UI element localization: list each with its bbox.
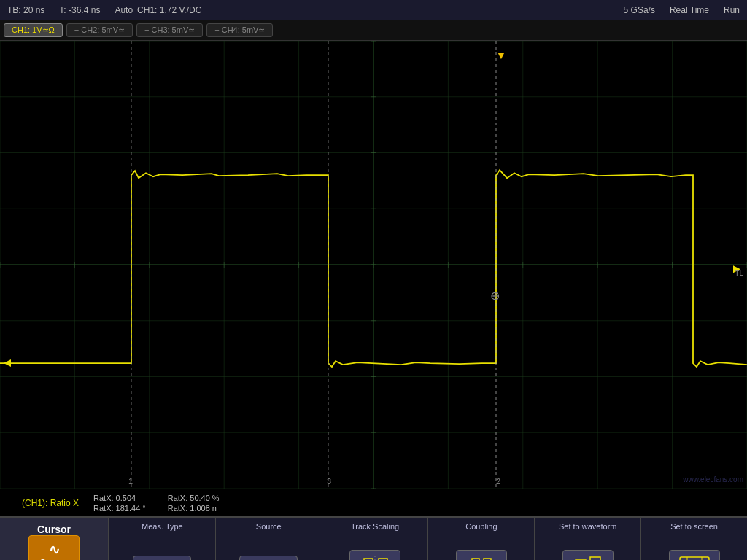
trigger-arrow: ▼ [496, 50, 506, 61]
coupling-svg [463, 554, 500, 560]
track-scaling-label: Track Scaling [351, 522, 399, 531]
ch1-tab[interactable]: CH1: 1V≃Ω [4, 23, 63, 37]
coupling-group: Coupling [428, 518, 535, 560]
bottom-panel: Cursor ∿ Cursor Meas. Type Ratio X Sourc… [0, 516, 747, 560]
sample-rate: 5 GSa/s [624, 5, 655, 15]
top-status-bar: TB: 20 ns T: -36.4 ns Auto CH1: 1.72 V./… [0, 0, 747, 20]
timebase-display: TB: 20 ns [7, 5, 44, 15]
cursor-info-bar: (CH1): Ratio X RatX: 0.504 RatX: 181.44 … [0, 489, 747, 516]
track-scaling-group: Track Scaling [322, 518, 429, 560]
cursor-ratio-label: (CH1): Ratio X [22, 498, 79, 508]
ch4-tab[interactable]: − CH4: 5mV≃ [206, 23, 273, 37]
set-to-screen-svg [676, 554, 713, 560]
cursor-cross: ⊕ [490, 289, 500, 303]
right-status: 5 GSa/s Real Time Run [624, 5, 740, 15]
set-to-waveform-svg [570, 554, 606, 560]
ch1-scale-label: CH1: 1.72 V./DC [137, 5, 201, 15]
track-scaling-svg [357, 554, 393, 560]
auto-display: Auto CH1: 1.72 V./DC [115, 5, 201, 15]
tb-label: TB: 20 ns [7, 5, 44, 15]
buttons-section: Meas. Type Ratio X Source CH1 Track Scal… [109, 518, 747, 560]
set-to-screen-icon[interactable] [669, 550, 720, 560]
auto-label: Auto [115, 5, 133, 15]
source-value[interactable]: CH1 [239, 556, 298, 560]
tl-label: TL [735, 269, 743, 277]
cursor-section-label: Cursor [37, 524, 71, 535]
t-label: T: -36.4 ns [59, 5, 100, 15]
meas-type-group: Meas. Type Ratio X [109, 518, 216, 560]
cursor-section: Cursor ∿ Cursor [0, 518, 109, 560]
set-to-screen-group: Set to screen [641, 518, 747, 560]
cursor-line-3: 3 [327, 477, 331, 486]
cursor-values: RatX: 0.504 RatX: 181.44 ° RatX: 50.40 %… [93, 494, 220, 513]
set-to-waveform-label: Set to waveform [559, 522, 616, 531]
acq-mode: Real Time [670, 5, 709, 15]
svg-rect-4 [680, 557, 709, 560]
grid-canvas [0, 41, 747, 516]
ratx2: RatX: 181.44 ° [93, 504, 146, 513]
watermark: www.elecfans.com [683, 475, 743, 483]
set-to-waveform-icon[interactable] [562, 550, 614, 560]
source-group: Source CH1 [216, 518, 322, 560]
set-to-screen-label: Set to screen [670, 522, 718, 531]
cursor-button[interactable]: ∿ Cursor [28, 535, 79, 560]
cursor-col-left: RatX: 0.504 RatX: 181.44 ° [93, 494, 146, 513]
coupling-label: Coupling [465, 522, 497, 531]
ch2-tab[interactable]: − CH2: 5mV≃ [66, 23, 133, 37]
ratx4: RatX: 1.008 n [168, 504, 220, 513]
meas-type-value[interactable]: Ratio X [133, 556, 191, 560]
run-status: Run [724, 5, 740, 15]
ratx1: RatX: 0.504 [93, 494, 146, 502]
cursor-line-2: 2 [496, 477, 500, 486]
source-label: Source [256, 522, 282, 531]
svg-rect-3 [590, 557, 600, 560]
cursor-col-right: RatX: 50.40 % RatX: 1.008 n [168, 494, 220, 513]
cursor-icon: ∿ [49, 542, 60, 558]
ch3-tab[interactable]: − CH3: 5mV≃ [136, 23, 203, 37]
coupling-icon[interactable] [456, 550, 507, 560]
meas-type-label: Meas. Type [142, 522, 183, 531]
ratx3: RatX: 50.40 % [168, 494, 220, 502]
cursor-line-1: 1 [128, 477, 133, 486]
channel-row: CH1: 1V≃Ω − CH2: 5mV≃ − CH3: 5mV≃ − CH4:… [0, 20, 747, 41]
scope-screen: ▼ ⊕ TL www.elecfans.com 1 2 3 (CH1): Rat… [0, 41, 747, 516]
trigger-time-display: T: -36.4 ns [59, 5, 100, 15]
track-scaling-icon[interactable] [349, 550, 400, 560]
set-to-waveform-group: Set to waveform [535, 518, 641, 560]
